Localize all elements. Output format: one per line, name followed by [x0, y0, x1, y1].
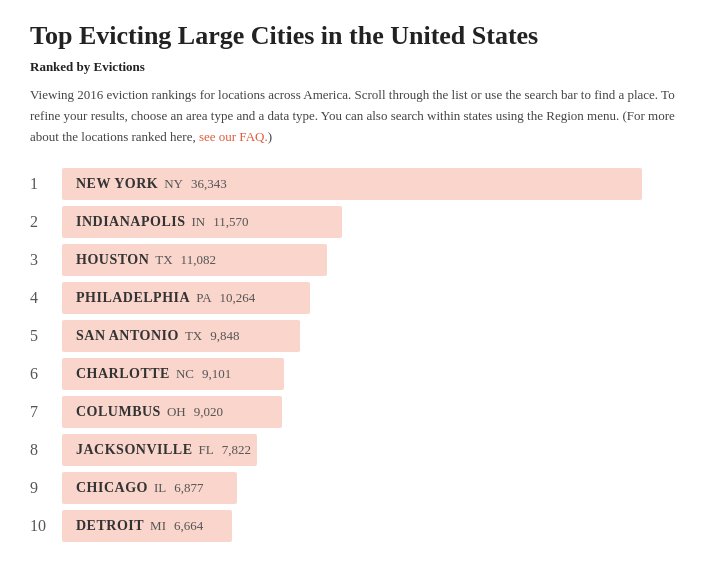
state-abbr: MI	[150, 518, 166, 534]
city-bar[interactable]: INDIANAPOLISIN11,570	[62, 206, 342, 238]
eviction-count: 6,664	[174, 518, 203, 534]
description-text: Viewing 2016 eviction rankings for locat…	[30, 85, 697, 147]
city-name: DETROIT	[76, 518, 144, 534]
ranking-list: 1NEW YORKNY36,3432INDIANAPOLISIN11,5703H…	[30, 168, 697, 542]
city-name: NEW YORK	[76, 176, 158, 192]
rank-number: 7	[30, 403, 62, 421]
eviction-count: 7,822	[222, 442, 251, 458]
list-item[interactable]: 7COLUMBUSOH9,020	[30, 396, 697, 428]
list-item[interactable]: 10DETROITMI6,664	[30, 510, 697, 542]
eviction-count: 11,570	[213, 214, 248, 230]
city-bar[interactable]: HOUSTONTX11,082	[62, 244, 327, 276]
city-bar[interactable]: SAN ANTONIOTX9,848	[62, 320, 300, 352]
state-abbr: PA	[196, 290, 211, 306]
city-name: CHICAGO	[76, 480, 148, 496]
city-name: SAN ANTONIO	[76, 328, 179, 344]
rank-number: 3	[30, 251, 62, 269]
state-abbr: IL	[154, 480, 166, 496]
state-abbr: NC	[176, 366, 194, 382]
state-abbr: TX	[155, 252, 172, 268]
rank-number: 10	[30, 517, 62, 535]
city-bar[interactable]: CHARLOTTENC9,101	[62, 358, 284, 390]
eviction-count: 9,020	[194, 404, 223, 420]
city-name: PHILADELPHIA	[76, 290, 190, 306]
list-item[interactable]: 8JACKSONVILLEFL7,822	[30, 434, 697, 466]
list-item[interactable]: 1NEW YORKNY36,343	[30, 168, 697, 200]
rank-number: 8	[30, 441, 62, 459]
eviction-count: 11,082	[181, 252, 216, 268]
eviction-count: 9,848	[210, 328, 239, 344]
rank-number: 5	[30, 327, 62, 345]
eviction-count: 9,101	[202, 366, 231, 382]
city-bar[interactable]: COLUMBUSOH9,020	[62, 396, 282, 428]
rank-number: 6	[30, 365, 62, 383]
state-abbr: IN	[191, 214, 205, 230]
rank-number: 1	[30, 175, 62, 193]
list-item[interactable]: 9CHICAGOIL6,877	[30, 472, 697, 504]
subtitle: Ranked by Evictions	[30, 59, 697, 75]
list-item[interactable]: 6CHARLOTTENC9,101	[30, 358, 697, 390]
list-item[interactable]: 4PHILADELPHIAPA10,264	[30, 282, 697, 314]
faq-link[interactable]: see our FAQ.	[199, 129, 268, 144]
state-abbr: FL	[198, 442, 213, 458]
city-name: HOUSTON	[76, 252, 149, 268]
eviction-count: 36,343	[191, 176, 227, 192]
city-name: COLUMBUS	[76, 404, 161, 420]
list-item[interactable]: 5SAN ANTONIOTX9,848	[30, 320, 697, 352]
city-name: CHARLOTTE	[76, 366, 170, 382]
city-name: INDIANAPOLIS	[76, 214, 185, 230]
list-item[interactable]: 2INDIANAPOLISIN11,570	[30, 206, 697, 238]
city-bar[interactable]: NEW YORKNY36,343	[62, 168, 642, 200]
city-bar[interactable]: CHICAGOIL6,877	[62, 472, 237, 504]
state-abbr: TX	[185, 328, 202, 344]
state-abbr: OH	[167, 404, 186, 420]
city-bar[interactable]: JACKSONVILLEFL7,822	[62, 434, 257, 466]
page-title: Top Evicting Large Cities in the United …	[30, 20, 697, 51]
state-abbr: NY	[164, 176, 183, 192]
eviction-count: 10,264	[220, 290, 256, 306]
rank-number: 4	[30, 289, 62, 307]
eviction-count: 6,877	[174, 480, 203, 496]
city-bar[interactable]: PHILADELPHIAPA10,264	[62, 282, 310, 314]
list-item[interactable]: 3HOUSTONTX11,082	[30, 244, 697, 276]
city-bar[interactable]: DETROITMI6,664	[62, 510, 232, 542]
rank-number: 2	[30, 213, 62, 231]
rank-number: 9	[30, 479, 62, 497]
city-name: JACKSONVILLE	[76, 442, 192, 458]
